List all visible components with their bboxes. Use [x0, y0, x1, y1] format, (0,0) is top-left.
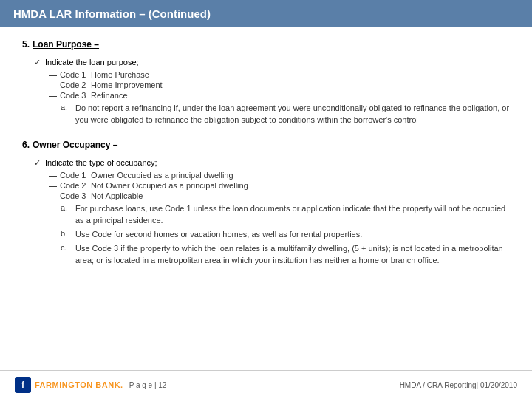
dash-icon: —: [49, 191, 57, 200]
section-6-check: ✓ Indicate the type of occupancy;: [34, 158, 510, 168]
code-5-1: — Code 1 Home Purchase: [49, 70, 510, 79]
note-label-5-a: a.: [61, 103, 72, 112]
page-header: HMDA LAR Information – (Continued): [0, 0, 532, 27]
check-icon-5: ✓: [34, 58, 41, 67]
dash-icon: —: [49, 171, 57, 180]
section-6-notes: a. For purchase loans, use Code 1 unless…: [61, 203, 510, 267]
check-icon-6: ✓: [34, 158, 41, 168]
code-label-5-2: Code 2: [60, 81, 91, 89]
dash-icon: —: [49, 70, 57, 79]
code-value-5-2: Home Improvement: [91, 81, 163, 89]
code-5-2: — Code 2 Home Improvement: [49, 81, 510, 89]
note-text-6-c: Use Code 3 if the property to which the …: [75, 243, 510, 267]
note-label-6-a: a.: [61, 203, 72, 212]
page-number: P a g e | 12: [129, 381, 167, 389]
note-label-6-c: c.: [61, 243, 72, 252]
code-label-5-3: Code 3: [60, 91, 91, 100]
note-text-5-a: Do not report a refinancing if, under th…: [75, 103, 510, 126]
section-6-title: Owner Occupancy –: [33, 140, 117, 150]
section-5-codes: — Code 1 Home Purchase — Code 2 Home Imp…: [49, 70, 510, 100]
section-5-title: Loan Purpose –: [33, 39, 99, 50]
dash-icon: —: [49, 91, 57, 100]
section-5-check-label: Indicate the loan purpose;: [45, 58, 139, 66]
farmington-logo: f FARMINGTON BANK.: [15, 377, 123, 393]
code-value-6-2: Not Owner Occupied as a principal dwelli…: [91, 181, 248, 190]
section-5-number: 5.: [22, 39, 30, 50]
section-6-number: 6.: [22, 140, 30, 150]
note-6-c: c. Use Code 3 if the property to which t…: [61, 243, 510, 267]
code-6-3: — Code 3 Not Applicable: [49, 191, 510, 200]
section-6: 6. Owner Occupancy – ✓ Indicate the type…: [22, 140, 510, 267]
code-5-3: — Code 3 Refinance: [49, 91, 510, 100]
fb-letter: f: [21, 380, 24, 390]
note-text-6-b: Use Code for second homes or vacation ho…: [75, 229, 510, 241]
note-label-6-b: b.: [61, 229, 72, 238]
footer-right-text: HMDA / CRA Reporting| 01/20/2010: [400, 381, 517, 389]
page-footer: f FARMINGTON BANK. P a g e | 12 HMDA / C…: [0, 370, 532, 399]
section-5: 5. Loan Purpose – ✓ Indicate the loan pu…: [22, 39, 510, 126]
section-5-notes: a. Do not report a refinancing if, under…: [61, 103, 510, 126]
header-title: HMDA LAR Information – (Continued): [13, 7, 211, 20]
dash-icon: —: [49, 181, 57, 190]
code-label-6-3: Code 3: [60, 191, 91, 200]
code-value-6-1: Owner Occupied as a principal dwelling: [91, 171, 233, 180]
code-label-5-1: Code 1: [60, 70, 91, 79]
section-5-check: ✓ Indicate the loan purpose;: [34, 58, 510, 67]
section-6-check-label: Indicate the type of occupancy;: [45, 158, 157, 167]
code-value-6-3: Not Applicable: [91, 191, 143, 200]
bank-dot: .: [120, 381, 123, 389]
fb-icon: f: [15, 377, 31, 393]
code-6-2: — Code 2 Not Owner Occupied as a princip…: [49, 181, 510, 190]
note-text-6-a: For purchase loans, use Code 1 unless th…: [75, 203, 510, 227]
page-content: 5. Loan Purpose – ✓ Indicate the loan pu…: [0, 27, 532, 287]
code-value-5-3: Refinance: [91, 91, 128, 100]
note-6-b: b. Use Code for second homes or vacation…: [61, 229, 510, 241]
code-label-6-2: Code 2: [60, 181, 91, 190]
code-label-6-1: Code 1: [60, 171, 91, 180]
bank-name-text: FARMINGTON BANK: [35, 381, 120, 389]
code-6-1: — Code 1 Owner Occupied as a principal d…: [49, 171, 510, 180]
section-6-codes: — Code 1 Owner Occupied as a principal d…: [49, 171, 510, 200]
code-value-5-1: Home Purchase: [91, 70, 149, 79]
note-5-a: a. Do not report a refinancing if, under…: [61, 103, 510, 126]
footer-left: f FARMINGTON BANK. P a g e | 12: [15, 377, 166, 393]
note-6-a: a. For purchase loans, use Code 1 unless…: [61, 203, 510, 227]
bank-name: FARMINGTON BANK.: [35, 381, 123, 389]
dash-icon: —: [49, 81, 57, 89]
